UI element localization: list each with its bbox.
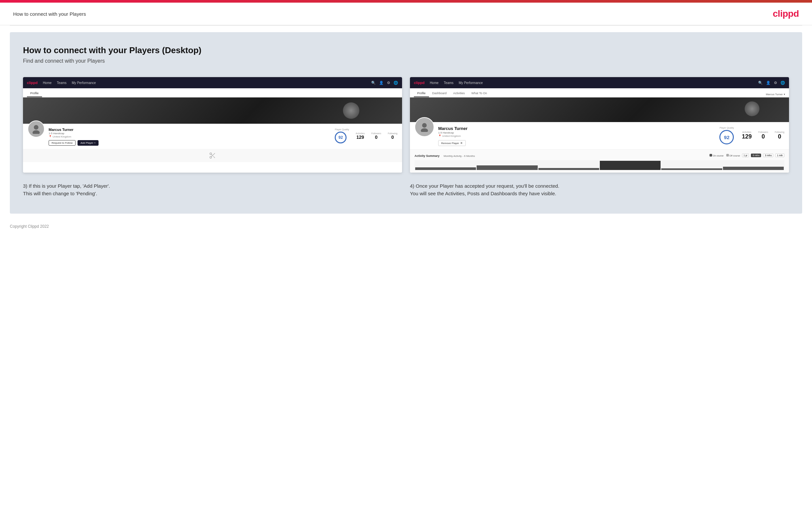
left-followers-label: Followers	[371, 132, 381, 134]
right-following-value: 0	[774, 133, 784, 140]
left-player-location: 📍 United Kingdom	[49, 135, 331, 138]
right-quality-section: Player Quality 92	[719, 127, 734, 145]
captions-row: 3) If this is your Player tap, 'Add Play…	[23, 182, 789, 197]
right-stat-activities: Activities 129	[742, 131, 752, 140]
right-globe-icon[interactable]: 🌐	[780, 81, 785, 85]
right-user-dropdown[interactable]: Marcus Turner ▾	[766, 93, 785, 97]
activity-legend: On course Off course	[710, 154, 740, 157]
left-nav-logo: clippd	[27, 81, 38, 84]
svg-line-6	[211, 154, 212, 156]
right-tabs: Profile Dashboard Activities What To On …	[410, 88, 789, 98]
left-followers-value: 0	[371, 134, 381, 140]
tab-dashboard[interactable]: Dashboard	[429, 90, 450, 97]
period-1mth[interactable]: 1 mth	[775, 154, 784, 157]
left-player-name: Marcus Turner	[49, 128, 331, 131]
remove-player-button[interactable]: Remove Player ✕	[438, 140, 466, 146]
left-player-handicap: 1-5 Handicap	[49, 132, 331, 135]
add-player-button[interactable]: Add Player +	[78, 140, 99, 146]
left-stats: Activities 129 Followers 0 Following 0	[356, 132, 398, 140]
chart-bar-2	[476, 165, 538, 170]
period-6mths[interactable]: 6 mths	[751, 154, 761, 157]
left-tabs: Profile	[23, 88, 402, 98]
period-3mths[interactable]: 3 mths	[763, 154, 773, 157]
main-content-area: How to connect with your Players (Deskto…	[10, 32, 802, 214]
left-following-value: 0	[388, 134, 398, 140]
left-banner-circle	[343, 102, 359, 119]
left-nav-icons: 🔍 👤 ⚙ 🌐	[371, 81, 398, 85]
page-subtitle: Find and connect with your Players	[23, 58, 789, 64]
right-profile-area: Marcus Turner 1-5 Handicap 📍 United King…	[410, 98, 789, 173]
activity-chart	[414, 160, 784, 170]
period-1yr[interactable]: 1 yr	[742, 154, 749, 157]
right-quality-circle: 92	[719, 130, 734, 145]
left-quality-value: 92	[339, 135, 343, 140]
svg-point-0	[34, 125, 39, 130]
right-player-location: 📍 United Kingdom	[438, 134, 715, 137]
right-following-label: Following	[774, 131, 784, 133]
svg-point-7	[422, 123, 427, 128]
svg-point-2	[210, 153, 212, 155]
left-stat-followers: Followers 0	[371, 132, 381, 140]
globe-icon[interactable]: 🌐	[394, 81, 398, 85]
chart-bar-4	[600, 161, 661, 170]
right-activities-value: 129	[742, 133, 752, 140]
left-nav-home[interactable]: Home	[43, 81, 52, 84]
settings-icon[interactable]: ⚙	[387, 81, 390, 85]
tab-profile-left[interactable]: Profile	[27, 90, 42, 97]
left-stat-activities: Activities 129	[356, 132, 365, 140]
chart-bar-3	[539, 168, 599, 170]
right-stat-following: Following 0	[774, 131, 784, 140]
clippd-logo: clippd	[773, 8, 799, 19]
request-follow-button[interactable]: Request to Follow	[49, 140, 75, 146]
breadcrumb: How to connect with your Players	[13, 11, 86, 17]
svg-point-8	[421, 128, 428, 132]
svg-line-5	[213, 156, 215, 158]
right-nav-myperformance[interactable]: My Performance	[459, 81, 483, 84]
left-profile-info: Marcus Turner 1-5 Handicap 📍 United King…	[23, 124, 402, 149]
left-following-label: Following	[388, 132, 398, 134]
scissors-icon	[209, 152, 216, 159]
page-title: How to connect with your Players (Deskto…	[23, 45, 789, 55]
activity-controls: On course Off course 1 yr 6 mths 3 mths …	[710, 154, 784, 157]
right-search-icon[interactable]: 🔍	[758, 81, 763, 85]
right-player-name: Marcus Turner	[438, 126, 715, 131]
right-nav-icons: 🔍 👤 ⚙ 🌐	[758, 81, 785, 85]
right-tab-group: Profile Dashboard Activities What To On	[414, 90, 490, 97]
screenshot-right: clippd Home Teams My Performance 🔍 👤 ⚙ 🌐…	[410, 77, 789, 173]
right-stat-followers: Followers 0	[758, 131, 768, 140]
left-stat-following: Following 0	[388, 132, 398, 140]
off-course-legend: Off course	[726, 154, 740, 157]
left-nav-myperformance[interactable]: My Performance	[72, 81, 96, 84]
right-nav-teams[interactable]: Teams	[444, 81, 453, 84]
avatar-icon	[31, 124, 41, 134]
tab-activities[interactable]: Activities	[450, 90, 468, 97]
right-location-pin-icon: 📍	[438, 134, 442, 137]
right-user-icon[interactable]: 👤	[766, 81, 771, 85]
right-activities-label: Activities	[742, 131, 752, 133]
right-nav-home[interactable]: Home	[429, 81, 439, 84]
header-divider	[10, 25, 802, 25]
right-settings-icon[interactable]: ⚙	[774, 81, 777, 85]
right-nav-logo: clippd	[414, 81, 424, 84]
left-quality-section: Player Quality 92	[335, 128, 349, 144]
activity-title-group: Activity Summary Monthly Activity - 6 Mo…	[414, 152, 475, 158]
right-quality-value: 92	[724, 134, 729, 140]
right-action-buttons: Remove Player ✕	[438, 140, 715, 146]
right-player-details: Marcus Turner 1-5 Handicap 📍 United King…	[438, 126, 715, 146]
left-nav-teams[interactable]: Teams	[57, 81, 66, 84]
right-followers-value: 0	[758, 133, 768, 140]
right-profile-info: Marcus Turner 1-5 Handicap 📍 United King…	[410, 122, 789, 149]
location-pin-icon: 📍	[49, 135, 52, 138]
activity-header: Activity Summary Monthly Activity - 6 Mo…	[414, 152, 784, 158]
svg-point-3	[210, 157, 212, 159]
right-quality-label: Player Quality	[719, 127, 734, 129]
tab-profile-right[interactable]: Profile	[414, 90, 429, 97]
right-activity-summary: Activity Summary Monthly Activity - 6 Mo…	[410, 149, 789, 173]
user-icon[interactable]: 👤	[379, 81, 384, 85]
svg-point-1	[33, 130, 40, 134]
tab-what-to-on[interactable]: What To On	[468, 90, 490, 97]
right-player-handicap: 1-5 Handicap	[438, 131, 715, 134]
right-banner-circle	[745, 101, 759, 116]
search-icon[interactable]: 🔍	[371, 81, 376, 85]
right-banner	[410, 98, 789, 122]
